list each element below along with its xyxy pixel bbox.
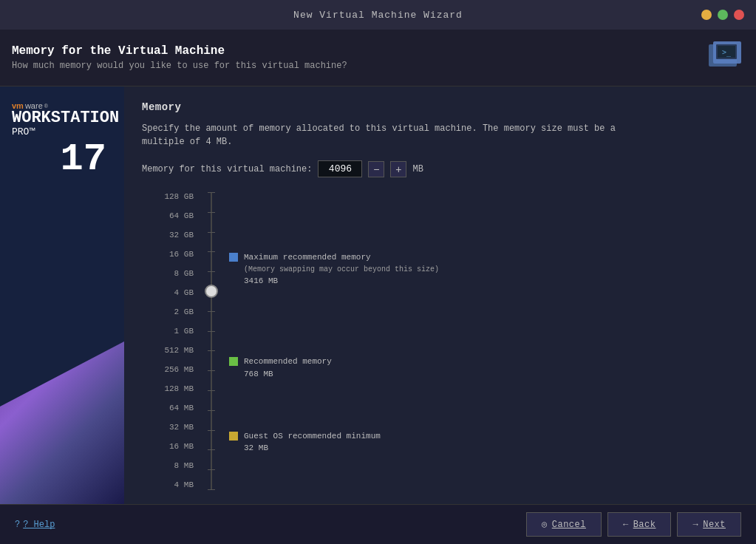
back-icon: ← — [623, 520, 629, 530]
memory-label: Memory for this virtual machine: — [142, 164, 312, 174]
slider-label-32mb: 32 MB — [169, 423, 194, 432]
back-label: Back — [633, 520, 656, 530]
next-button[interactable]: → Next — [677, 512, 741, 537]
memory-value-input[interactable] — [318, 160, 362, 177]
recommended-memory-text: Recommended memory 768 MB — [244, 356, 332, 380]
slider-label-16gb: 16 GB — [169, 250, 194, 259]
slider-label-4mb: 4 MB — [174, 480, 194, 489]
minimize-button[interactable] — [701, 10, 712, 20]
help-label: ? Help — [23, 520, 55, 530]
slider-track-container[interactable] — [205, 192, 217, 489]
slider-thumb[interactable] — [205, 285, 218, 298]
slider-label-1gb: 1 GB — [174, 327, 194, 336]
svg-text:>_: >_ — [722, 48, 732, 57]
slider-label-4gb: 4 GB — [174, 288, 194, 297]
panel-description: Specify the amount of memory allocated t… — [142, 122, 738, 149]
window-title: New Virtual Machine Wizard — [293, 10, 463, 21]
close-button[interactable] — [734, 10, 744, 20]
increment-button[interactable]: + — [390, 161, 406, 177]
guest-min-marker: Guest OS recommended minimum 32 MB — [229, 430, 381, 455]
help-icon: ? — [15, 520, 20, 530]
help-button[interactable]: ? ? Help — [15, 520, 55, 530]
recommended-memory-marker: Recommended memory 768 MB — [229, 356, 332, 380]
header-text: Memory for the Virtual Machine How much … — [12, 44, 347, 71]
max-memory-marker: Maximum recommended memory (Memory swapp… — [229, 251, 439, 287]
footer-buttons: ◎ Cancel ← Back → Next — [526, 512, 741, 537]
max-memory-text: Maximum recommended memory (Memory swapp… — [244, 251, 439, 287]
cancel-icon: ◎ — [542, 519, 548, 530]
recommended-memory-icon — [229, 357, 238, 366]
header-title: Memory for the Virtual Machine — [12, 44, 347, 58]
sidebar-accent — [0, 341, 124, 504]
slider-label-512mb: 512 MB — [164, 346, 194, 355]
cancel-label: Cancel — [552, 520, 586, 530]
vmware-logo: vm ware ® WORKSTATION PRO™ 17 — [0, 101, 124, 179]
slider-label-8gb: 8 GB — [174, 269, 194, 278]
max-memory-icon — [229, 253, 238, 262]
next-icon: → — [692, 520, 698, 530]
main-content: vm ware ® WORKSTATION PRO™ 17 Memory Spe… — [0, 86, 756, 504]
slider-label-128mb: 128 MB — [164, 384, 194, 393]
slider-label-64mb: 64 MB — [169, 404, 194, 412]
cancel-button[interactable]: ◎ Cancel — [526, 512, 602, 537]
slider-track[interactable] — [211, 192, 212, 489]
maximize-button[interactable] — [718, 10, 728, 20]
window-controls — [701, 10, 744, 20]
edition-name: PRO™ — [12, 126, 35, 137]
slider-label-128gb: 128 GB — [164, 192, 194, 201]
markers-area: Maximum recommended memory (Memory swapp… — [229, 192, 738, 489]
guest-min-text: Guest OS recommended minimum 32 MB — [244, 430, 381, 455]
vm-icon: >_ — [706, 38, 744, 77]
header: Memory for the Virtual Machine How much … — [0, 30, 756, 86]
title-bar: New Virtual Machine Wizard — [0, 0, 756, 30]
slider-label-8mb: 8 MB — [174, 461, 194, 470]
slider-label-2gb: 2 GB — [174, 307, 194, 316]
next-label: Next — [703, 520, 726, 530]
slider-label-64gb: 64 GB — [169, 211, 194, 220]
version-number: 17 — [61, 140, 106, 179]
header-subtitle: How much memory would you like to use fo… — [12, 61, 347, 71]
decrement-button[interactable]: − — [368, 161, 384, 177]
slider-label-32gb: 32 GB — [169, 231, 194, 239]
guest-min-icon — [229, 432, 238, 441]
memory-unit: MB — [412, 164, 423, 174]
slider-area: 128 GB 64 GB 32 GB 16 GB 8 GB 4 GB 2 GB … — [142, 192, 738, 489]
memory-input-row: Memory for this virtual machine: − + MB — [142, 160, 738, 177]
slider-label-16mb: 16 MB — [169, 442, 194, 451]
slider-labels: 128 GB 64 GB 32 GB 16 GB 8 GB 4 GB 2 GB … — [142, 192, 194, 489]
panel-title: Memory — [142, 101, 738, 113]
back-button[interactable]: ← Back — [607, 512, 672, 537]
right-panel: Memory Specify the amount of memory allo… — [124, 86, 756, 504]
slider-label-256mb: 256 MB — [164, 365, 194, 374]
sidebar: vm ware ® WORKSTATION PRO™ 17 — [0, 86, 124, 504]
footer: ? ? Help ◎ Cancel ← Back → Next — [0, 504, 756, 544]
product-name: WORKSTATION — [12, 110, 119, 126]
